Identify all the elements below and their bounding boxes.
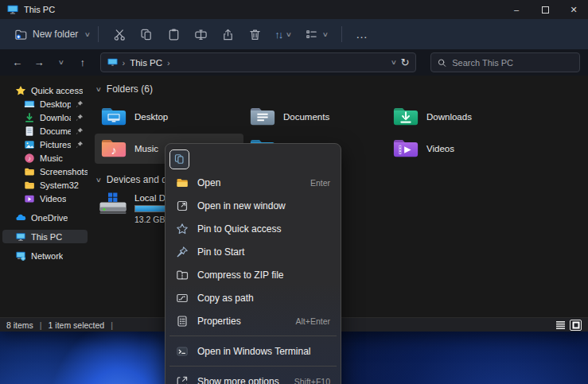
sidebar-item-desktop[interactable]: Desktop	[2, 97, 88, 111]
folder-tile-downloads[interactable]: Downloads	[387, 102, 562, 132]
new-folder-chevron-icon[interactable]: ∨	[84, 31, 91, 38]
sidebar-item-videos[interactable]: Videos	[2, 192, 88, 205]
folder-tile-label: Downloads	[426, 112, 472, 122]
sidebar-item-this-pc[interactable]: This PC	[2, 230, 88, 243]
sidebar-item-onedrive[interactable]: OneDrive	[2, 211, 88, 224]
menu-item-label: Copy as path	[197, 293, 321, 304]
new-folder-label: New folder	[33, 29, 78, 40]
svg-text:♪: ♪	[111, 144, 116, 157]
close-button[interactable]: ✕	[559, 0, 588, 19]
copy-button[interactable]	[134, 23, 159, 45]
sidebar-item-screenshots[interactable]: Screenshots	[2, 165, 88, 178]
share-button[interactable]	[215, 23, 240, 45]
up-button[interactable]: ↑	[73, 53, 92, 72]
folder-tile-label: Videos	[426, 144, 454, 153]
menu-item-pin-to-quick-access[interactable]: Pin to Quick access	[169, 217, 337, 240]
sidebar-item-music[interactable]: ♪ Music	[2, 151, 88, 165]
sidebar-item-label: Quick access	[31, 86, 83, 95]
details-view-icon	[556, 321, 565, 329]
show-more-options-icon	[176, 375, 189, 384]
address-dropdown-icon[interactable]: ∨	[391, 59, 397, 66]
sidebar-item-documents[interactable]: Documents	[2, 124, 88, 138]
pin-start-icon	[176, 246, 189, 258]
close-icon: ✕	[570, 5, 577, 15]
desktop-icon	[24, 99, 35, 110]
sidebar-item-pictures[interactable]: Pictures	[2, 138, 88, 151]
collapse-chevron-icon: ∨	[95, 86, 102, 93]
sidebar-item-label: System32	[40, 180, 79, 190]
menu-item-label: Open in Windows Terminal	[197, 346, 321, 357]
navigation-pane: Quick access Desktop Downloads Documents	[0, 76, 90, 317]
forward-icon: →	[34, 56, 45, 68]
search-input[interactable]	[452, 58, 573, 68]
this-pc-icon	[15, 231, 26, 242]
downloads-icon	[24, 112, 35, 123]
window-controls: – ✕	[502, 0, 588, 19]
minimize-button[interactable]: –	[502, 0, 531, 19]
back-button[interactable]: ←	[8, 53, 26, 72]
forward-button[interactable]: →	[29, 53, 48, 72]
rename-icon	[193, 27, 208, 41]
copy-command-button[interactable]	[169, 149, 189, 169]
menu-item-compress-to-zip[interactable]: Compress to ZIP file	[169, 263, 337, 286]
folders-section-header[interactable]: ∨ Folders (6)	[95, 83, 588, 95]
paste-icon	[166, 27, 181, 41]
menu-item-open-in-new-window[interactable]: Open in new window	[169, 194, 337, 217]
menu-item-label: Pin to Quick access	[197, 223, 321, 235]
view-button[interactable]: ∨	[298, 23, 333, 45]
status-divider: |	[40, 320, 42, 330]
sidebar-item-downloads[interactable]: Downloads	[2, 111, 88, 124]
properties-icon	[176, 315, 189, 328]
sidebar-item-label: Pictures	[40, 140, 71, 149]
sidebar-item-label: Desktop	[40, 99, 71, 109]
title-bar[interactable]: This PC – ✕	[0, 0, 588, 19]
folder-tile-videos[interactable]: Videos	[387, 134, 562, 164]
folder-tile-label: Desktop	[134, 112, 168, 122]
network-icon	[15, 250, 26, 262]
rename-button[interactable]	[188, 23, 213, 45]
sidebar-item-label: Documents	[40, 126, 71, 136]
cut-button[interactable]	[107, 23, 132, 45]
sidebar-item-system32[interactable]: System32	[2, 178, 88, 192]
maximize-icon	[542, 6, 549, 14]
compress-zip-icon	[176, 269, 189, 281]
window-title: This PC	[24, 5, 55, 14]
downloads-folder-icon	[392, 106, 419, 128]
folder-tile-desktop[interactable]: Desktop	[95, 102, 243, 132]
sort-button[interactable]: ↑↓ ∨	[269, 23, 297, 45]
large-icons-view-icon	[572, 321, 580, 329]
menu-item-label: Pin to Start	[197, 246, 321, 258]
search-box[interactable]	[430, 52, 580, 72]
delete-button[interactable]	[242, 23, 267, 45]
music-icon: ♪	[24, 153, 35, 164]
address-bar[interactable]: › This PC › ∨ ↻	[100, 52, 417, 72]
view-icon	[304, 27, 318, 41]
onedrive-icon	[15, 212, 26, 223]
local-disk-icon	[98, 192, 128, 217]
menu-item-open-in-windows-terminal[interactable]: Open in Windows Terminal	[169, 339, 337, 363]
menu-item-show-more-options[interactable]: Show more options Shift+F10	[169, 370, 337, 384]
search-icon	[438, 58, 446, 68]
breadcrumb-this-pc[interactable]: This PC	[130, 58, 162, 68]
menu-item-open[interactable]: Open Enter	[169, 171, 337, 194]
toolbar-divider	[98, 26, 99, 42]
more-options-button[interactable]: …	[350, 23, 374, 45]
large-icons-view-button[interactable]	[570, 320, 582, 331]
sidebar-item-quick-access[interactable]: Quick access	[2, 83, 88, 97]
details-view-button[interactable]	[555, 320, 567, 331]
menu-item-pin-to-start[interactable]: Pin to Start	[169, 240, 337, 263]
sidebar-item-network[interactable]: Network	[2, 249, 88, 262]
documents-icon	[24, 126, 35, 137]
refresh-icon[interactable]: ↻	[401, 56, 410, 68]
folder-icon	[24, 180, 35, 191]
desktop-screen: This PC – ✕ New folder ∨	[0, 0, 588, 384]
menu-item-properties[interactable]: Properties Alt+Enter	[169, 309, 337, 332]
recent-locations-button[interactable]: ∨	[52, 53, 70, 72]
maximize-button[interactable]	[531, 0, 559, 19]
minimize-icon: –	[514, 5, 519, 14]
folder-tile-documents[interactable]: Documents	[243, 102, 387, 132]
breadcrumb-separator: ›	[123, 58, 126, 68]
menu-item-copy-as-path[interactable]: Copy as path	[169, 286, 337, 309]
new-folder-button[interactable]: New folder	[8, 23, 84, 45]
paste-button[interactable]	[161, 23, 186, 45]
